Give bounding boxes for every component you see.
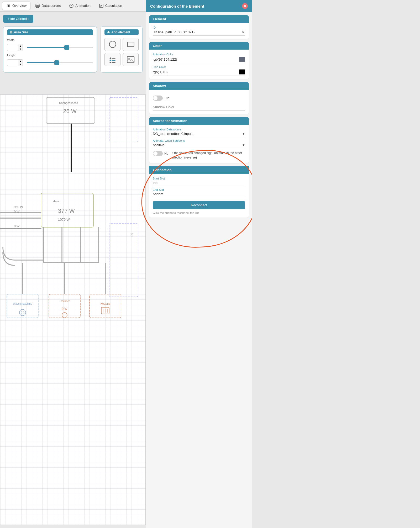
width-up-button[interactable]: ▲ xyxy=(18,44,23,47)
end-slot-field: bottom xyxy=(153,192,245,197)
svg-text:S: S xyxy=(130,232,133,237)
anim-color-swatch[interactable] xyxy=(239,57,245,62)
datasource-arrow: ▼ xyxy=(242,132,245,136)
width-label: Width xyxy=(7,38,17,41)
svg-text:Heizung: Heizung xyxy=(101,302,110,305)
svg-text:1079 W: 1079 W xyxy=(58,218,70,221)
shadow-section-body: No xyxy=(149,90,249,114)
height-input-row: 800 ▲ ▼ xyxy=(7,59,93,66)
svg-rect-42 xyxy=(49,294,80,318)
element-section: Element ID ID line_path_7_30 (X: 391) xyxy=(149,15,249,39)
height-down-button[interactable]: ▼ xyxy=(18,63,23,66)
start-slot-field: top xyxy=(153,181,245,186)
datasource-select[interactable]: DG_total (modbus.0.input... xyxy=(153,132,242,136)
anim-color-label: Animation Color xyxy=(153,53,245,56)
color-section: Color Animation Color rgb(97,104,122) Li… xyxy=(149,42,249,79)
animation-icon xyxy=(69,3,74,8)
svg-rect-46 xyxy=(90,294,121,318)
add-image-button[interactable] xyxy=(123,53,139,66)
svg-rect-7 xyxy=(127,42,134,47)
controls-row: ⊞ Area Size Width 1000 ▲ ▼ xyxy=(3,27,143,73)
svg-rect-24 xyxy=(109,97,138,142)
add-element-title: ✚ Add element xyxy=(104,29,139,35)
click-note: Click the button to reconnect the line xyxy=(153,211,245,214)
line-color-label: Line Color xyxy=(153,65,245,68)
line-color-value: rgb(0,0,0) xyxy=(153,70,167,74)
tab-calculation[interactable]: Calculation xyxy=(95,2,126,10)
svg-rect-25 xyxy=(109,223,138,297)
element-section-body: ID ID line_path_7_30 (X: 391) xyxy=(149,23,249,39)
source-animation-header: Source for Animation xyxy=(149,117,249,125)
animate-when-select[interactable]: positive xyxy=(153,143,242,147)
width-row: Width xyxy=(7,38,93,41)
anim-color-field: rgb(97,104,122) xyxy=(153,57,245,63)
height-up-button[interactable]: ▲ xyxy=(18,60,23,63)
shadow-toggle-label: No xyxy=(165,96,169,100)
id-select[interactable]: ID line_path_7_30 (X: 391) xyxy=(153,30,245,34)
id-label: ID xyxy=(153,26,245,29)
tab-datasources[interactable]: Datasources xyxy=(32,2,64,10)
shadow-section: Shadow No xyxy=(149,82,249,114)
datasources-icon xyxy=(35,3,40,8)
canvas-svg: Dachgeschoss 26 W Haus 377 W 1079 W 960 … xyxy=(0,95,145,525)
close-button[interactable]: ✕ xyxy=(242,3,248,9)
svg-point-6 xyxy=(109,41,116,48)
height-input[interactable]: 800 xyxy=(7,60,18,65)
config-title: Configuration of the Element xyxy=(150,4,204,8)
color-section-body: Animation Color rgb(97,104,122) Line Col… xyxy=(149,50,249,79)
tab-overview[interactable]: ▣ Overview xyxy=(2,2,30,10)
animate-when-arrow: ▼ xyxy=(242,143,245,147)
canvas-area[interactable]: Dachgeschoss 26 W Haus 377 W 1079 W 960 … xyxy=(0,94,146,525)
svg-text:Waschmaschine: Waschmaschine xyxy=(13,302,32,305)
height-label: Height xyxy=(7,54,17,57)
shadow-toggle-row: No xyxy=(153,96,245,101)
left-panel: Hide Controls ⊞ Area Size Width 1000 ▲ ▼ xyxy=(0,12,146,80)
area-size-title: ⊞ Area Size xyxy=(7,29,93,35)
width-input[interactable]: 1000 xyxy=(7,45,18,50)
reverse-toggle[interactable] xyxy=(153,151,163,156)
svg-text:0 W: 0 W xyxy=(14,224,20,228)
svg-text:960 W: 960 W xyxy=(14,205,23,209)
svg-point-0 xyxy=(36,4,39,6)
width-slider-track[interactable] xyxy=(27,47,93,48)
tab-animation[interactable]: Animation xyxy=(65,2,94,10)
calculation-icon xyxy=(99,3,104,8)
reconnect-button[interactable]: Reconnect xyxy=(153,201,245,209)
width-down-button[interactable]: ▼ xyxy=(18,47,23,51)
line-color-swatch[interactable] xyxy=(239,69,245,75)
add-element-icon: ✚ xyxy=(107,30,110,34)
shadow-toggle[interactable] xyxy=(153,96,163,101)
source-animation-section: Source for Animation Animation Datasourc… xyxy=(149,117,249,163)
svg-point-40 xyxy=(19,309,26,316)
animate-when-label: Animate, when Source is xyxy=(153,139,245,142)
add-rectangle-button[interactable] xyxy=(123,38,139,51)
svg-point-45 xyxy=(62,313,67,318)
datasource-field: DG_total (modbus.0.input... ▼ xyxy=(153,132,245,137)
svg-text:0 W: 0 W xyxy=(62,307,67,311)
shadow-color-input[interactable] xyxy=(153,103,245,111)
animate-when-field: positive ▼ xyxy=(153,143,245,148)
config-header: Configuration of the Element ✕ xyxy=(146,0,252,12)
hide-controls-button[interactable]: Hide Controls xyxy=(3,15,33,23)
add-circle-button[interactable] xyxy=(104,38,120,51)
source-animation-body: Animation Datasource DG_total (modbus.0.… xyxy=(149,125,249,163)
reverse-row: No If the value has changed sign, animat… xyxy=(153,151,245,160)
color-section-header: Color xyxy=(149,42,249,50)
width-input-wrap: 1000 ▲ ▼ xyxy=(7,44,23,51)
datasource-label: Animation Datasource xyxy=(153,128,245,131)
start-slot-value: top xyxy=(153,181,158,185)
svg-text:Trockner: Trockner xyxy=(59,300,70,303)
reverse-text: If the value has changed sign, animate i… xyxy=(171,151,245,160)
height-input-wrap: 800 ▲ ▼ xyxy=(7,59,23,66)
add-list-button[interactable] xyxy=(104,53,120,66)
svg-point-41 xyxy=(21,311,24,314)
connection-section: Connection Start-Slot top End-Slot botto… xyxy=(149,166,249,218)
start-slot-label: Start-Slot xyxy=(153,177,245,180)
svg-text:Haus: Haus xyxy=(53,200,60,203)
svg-rect-9 xyxy=(112,58,115,59)
svg-text:377 W: 377 W xyxy=(58,208,75,214)
connection-section-header: Connection xyxy=(149,166,249,174)
height-slider-track[interactable] xyxy=(27,62,93,63)
id-field[interactable]: ID line_path_7_30 (X: 391) xyxy=(153,30,245,36)
anim-color-value: rgb(97,104,122) xyxy=(153,57,177,61)
